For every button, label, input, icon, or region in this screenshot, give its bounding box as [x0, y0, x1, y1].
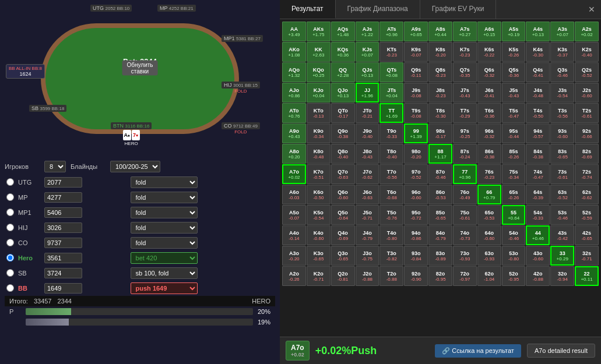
range-cell[interactable]: Q9o-0.38 [331, 123, 355, 143]
range-cell[interactable]: Q9s-0.11 [404, 62, 428, 82]
range-cell[interactable]: AKo+1.08 [282, 42, 306, 62]
action-select-co[interactable]: foldcallraisebet 420push 1649sb 100, fol… [131, 237, 198, 249]
range-cell[interactable]: J9o-0.40 [356, 123, 379, 143]
range-cell[interactable]: 52o-0.95 [502, 266, 526, 286]
range-cell[interactable]: 64o-0.60 [477, 225, 501, 245]
range-cell[interactable]: T3s-0.56 [550, 103, 574, 123]
range-cell[interactable]: 76s-0.23 [477, 164, 501, 184]
range-cell[interactable]: 97o-0.52 [404, 164, 428, 184]
range-cell[interactable]: 98s-0.17 [428, 123, 452, 143]
range-cell[interactable]: 44+0.46 [526, 225, 550, 245]
range-cell[interactable]: 62o-1.04 [477, 266, 501, 286]
range-cell[interactable]: T2o-0.88 [379, 266, 403, 286]
range-cell[interactable]: 55+0.64 [502, 205, 526, 225]
range-cell[interactable]: 53o-0.80 [502, 246, 526, 266]
action-select-sb[interactable]: sb 100, foldfoldcallraisebet 420push 164… [131, 267, 198, 279]
stack-input-mp1[interactable] [44, 207, 82, 218]
range-cell[interactable]: JTs+0.04 [379, 83, 403, 103]
range-cell[interactable]: T8s-0.30 [428, 103, 452, 123]
range-cell[interactable]: A5s+0.19 [502, 22, 526, 41]
range-cell[interactable]: 64s-0.39 [526, 185, 550, 204]
range-cell[interactable]: A8s+0.44 [428, 22, 452, 41]
range-cell[interactable]: T5s-0.47 [502, 103, 526, 123]
radio-hero[interactable] [6, 254, 14, 261]
range-cell[interactable]: 94o-0.86 [404, 225, 428, 245]
range-cell[interactable]: 72s-0.74 [575, 164, 599, 184]
range-cell[interactable]: QTs+0.08 [379, 62, 403, 82]
range-cell[interactable]: 96s-0.32 [477, 123, 501, 143]
range-cell[interactable]: A9s+0.65 [404, 22, 428, 41]
stack-input-hero[interactable] [44, 253, 82, 263]
range-cell[interactable]: 82s-0.69 [575, 144, 599, 164]
range-cell[interactable]: K4o-0.60 [307, 225, 331, 245]
range-cell[interactable]: J8s-0.23 [428, 83, 452, 103]
range-cell[interactable]: 93o-0.84 [404, 246, 428, 266]
stack-input-sb[interactable] [44, 268, 82, 278]
range-cell[interactable]: TT+1.69 [379, 103, 403, 123]
range-cell[interactable]: 77+0.96 [453, 164, 477, 184]
range-cell[interactable]: K9o-0.34 [307, 123, 331, 143]
range-cell[interactable]: 22+0.11 [575, 266, 599, 286]
range-cell[interactable]: KJo+0.04 [307, 83, 331, 103]
range-cell[interactable]: 87o-0.46 [428, 164, 452, 184]
range-cell[interactable]: A2s+0.02 [575, 22, 599, 41]
radio-hij[interactable] [6, 224, 14, 231]
range-cell[interactable]: T6s-0.36 [477, 103, 501, 123]
radio-bb[interactable] [6, 284, 14, 292]
range-cell[interactable]: 54o-0.46 [502, 225, 526, 245]
radio-sb[interactable] [6, 269, 14, 277]
range-cell[interactable]: A7o+0.02 [282, 164, 306, 184]
range-cell[interactable]: 99+1.39 [404, 123, 428, 143]
range-cell[interactable]: K7o-0.51 [307, 164, 331, 184]
action-select-hij[interactable]: foldcallraisebet 420push 1649sb 100, fol… [131, 222, 198, 234]
range-cell[interactable]: J4o-0.79 [356, 225, 379, 245]
range-cell[interactable]: 74o-0.73 [453, 225, 477, 245]
range-cell[interactable]: 73s-0.61 [550, 164, 574, 184]
range-cell[interactable]: A5o-0.07 [282, 205, 306, 225]
action-select-hero[interactable]: bet 420foldcallraisepush 1649sb 100, fol… [131, 252, 198, 264]
stack-input-co[interactable] [44, 238, 82, 248]
range-cell[interactable]: T5o-0.76 [379, 205, 403, 225]
range-cell[interactable]: 43o-0.60 [526, 246, 550, 266]
range-cell[interactable]: K2s-0.40 [575, 42, 599, 62]
range-cell[interactable]: 95s-0.44 [502, 123, 526, 143]
range-cell[interactable]: Q7o-0.63 [331, 164, 355, 184]
range-cell[interactable]: 93s-0.60 [550, 123, 574, 143]
range-cell[interactable]: T4s-0.50 [526, 103, 550, 123]
range-cell[interactable]: 84s-0.38 [526, 144, 550, 164]
range-cell[interactable]: Q8o-0.40 [331, 144, 355, 164]
range-cell[interactable]: 42s-0.65 [575, 225, 599, 245]
range-cell[interactable]: KK+2.63 [307, 42, 331, 62]
stack-input-mp[interactable] [44, 192, 82, 203]
range-cell[interactable]: 65s-0.26 [502, 185, 526, 204]
range-cell[interactable]: K9s-0.07 [404, 42, 428, 62]
radio-mp1[interactable] [6, 208, 14, 216]
range-cell[interactable]: K5s-0.26 [502, 42, 526, 62]
range-cell[interactable]: J5o-0.71 [356, 205, 379, 225]
range-cell[interactable]: Q3o-0.65 [331, 246, 355, 266]
action-select-mp1[interactable]: foldcallraisebet 420push 1649sb 100, fol… [131, 207, 198, 218]
range-cell[interactable]: 76o-0.49 [453, 185, 477, 204]
range-cell[interactable]: T8o-0.40 [379, 144, 403, 164]
range-cell[interactable]: A4s+0.13 [526, 22, 550, 41]
range-cell[interactable]: K3s-0.37 [550, 42, 574, 62]
range-cell[interactable]: J2o-0.88 [356, 266, 379, 286]
range-cell[interactable]: 32s-0.71 [575, 246, 599, 266]
range-cell[interactable]: Q5s-0.36 [502, 62, 526, 82]
range-cell[interactable]: 92o-0.90 [404, 266, 428, 286]
range-cell[interactable]: 87s-0.24 [453, 144, 477, 164]
range-cell[interactable]: 95o-0.72 [404, 205, 428, 225]
range-cell[interactable]: T3o-0.82 [379, 246, 403, 266]
action-select-mp[interactable]: foldcallraisebet 420push 1649sb 100, fol… [131, 192, 198, 203]
range-cell[interactable]: Q2o-0.81 [331, 266, 355, 286]
range-cell[interactable]: KTs-0.23 [379, 42, 403, 62]
range-cell[interactable]: A7s+0.27 [453, 22, 477, 41]
range-cell[interactable]: 84o-0.79 [428, 225, 452, 245]
range-cell[interactable]: QJs+0.13 [356, 62, 379, 82]
range-cell[interactable]: AJs+1.22 [356, 22, 379, 41]
range-cell[interactable]: 96o-0.60 [404, 185, 428, 204]
range-cell[interactable]: 75s-0.34 [502, 164, 526, 184]
range-cell[interactable]: QTo-0.17 [331, 103, 355, 123]
stack-input-bb[interactable] [44, 283, 82, 294]
range-cell[interactable]: 92s-0.66 [575, 123, 599, 143]
